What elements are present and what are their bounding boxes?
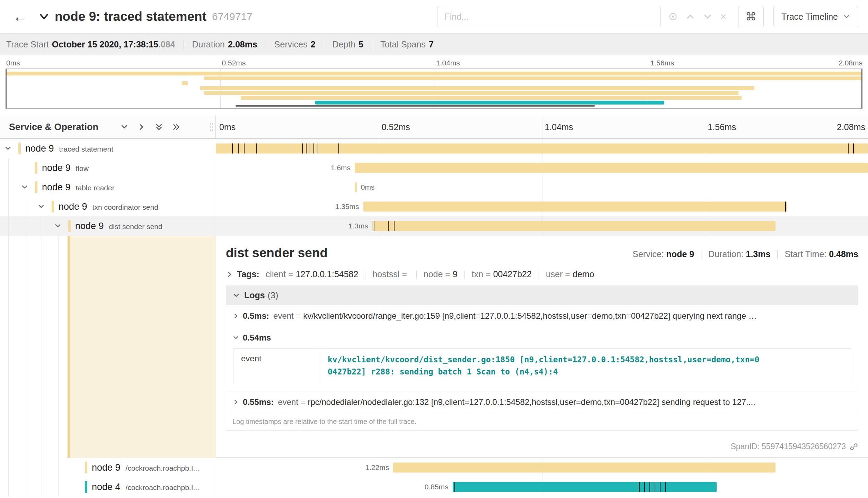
span-expander-chevron-icon[interactable] [54,222,62,230]
operation-name: /cockroach.roachpb.I... [126,464,199,472]
log-tick-mark [318,144,318,154]
log-collapse-chevron-icon[interactable] [232,334,239,341]
span-bar-cell[interactable]: 1.6ms [216,158,868,178]
log-expander-chevron-icon[interactable] [232,313,239,319]
span-name-cell[interactable]: node 4/cockroach.roachpb.I... [0,477,216,497]
span-duration-bar[interactable] [393,463,775,473]
pane-resize-grip[interactable] [209,122,214,132]
tag-equals: = [443,269,453,279]
indent-guide [42,236,42,458]
service-name: node 9 [75,221,104,231]
span-color-bar [85,462,87,473]
collapse-header-chevron-icon[interactable] [38,11,50,22]
span-duration-label: 0.85ms [425,483,449,491]
span-detail-panel: dist sender send Service: node 9 Duratio… [216,236,868,458]
log-tick-mark [649,482,650,492]
minimap-span-bar [204,76,861,80]
span-service: Service: node 9 [632,249,694,259]
keyboard-shortcuts-button[interactable]: ⌘ [738,6,764,27]
span-bar-cell[interactable]: 0ms [216,178,868,197]
span-name-cell[interactable]: node 9traced statement [0,139,216,158]
indent-guide [58,236,59,458]
back-button[interactable]: ← [10,8,30,25]
span-name-text: node 9txn coordinator send [59,201,213,212]
logs-collapse-chevron-icon[interactable] [232,292,240,299]
log-tick-mark [306,144,307,154]
log-kv-table: eventkv/kvclient/kvcoord/dist_sender.go:… [233,348,851,383]
span-expander-chevron-icon[interactable] [4,145,12,152]
log-summary-line[interactable]: 0.5ms:event = kv/kvclient/kvcoord/range_… [232,311,852,321]
span-duration-bar[interactable] [363,202,787,212]
log-tick-mark [256,144,257,154]
span-name-cell[interactable]: node 9dist sender send [0,216,216,236]
span-name-cell[interactable]: node 9table reader [0,178,216,197]
span-bar-cell[interactable]: 1.3ms [216,216,868,236]
logs-header[interactable]: Logs (3) [226,286,858,305]
log-entry[interactable]: 0.54mseventkv/kvclient/kvcoord/dist_send… [226,327,858,391]
span-row[interactable]: node 9traced statement [0,139,868,158]
log-expander-chevron-icon[interactable] [232,399,239,406]
info-label: Total Spans [380,39,426,49]
logs-label: Logs [244,290,265,300]
span-expander-chevron-icon[interactable] [21,183,28,191]
log-expanded-header[interactable]: 0.54ms [232,333,852,343]
span-duration-bar[interactable] [372,221,776,231]
span-detail-indent-column [0,236,216,458]
expand-all-icon[interactable] [150,123,168,131]
span-row[interactable]: node 9flow1.6ms [0,158,868,178]
divider [372,39,372,49]
span-row[interactable]: node 9/cockroach.roachpb.I...1.22ms [0,458,868,477]
log-entry[interactable]: 0.55ms:event = rpc/nodedialer/nodedialer… [226,391,858,413]
log-tick-mark [853,144,854,154]
minimap-canvas[interactable] [6,69,862,109]
collapse-one-chevron-icon[interactable] [133,123,150,131]
find-input[interactable] [437,6,661,27]
span-row[interactable]: node 9table reader0ms [0,178,868,197]
collapse-all-icon[interactable] [168,123,185,131]
find-next-icon[interactable] [703,12,712,21]
span-bar-cell[interactable]: 1.22ms [216,458,868,477]
span-name-text: node 9table reader [42,182,213,193]
indent-guide [42,216,42,236]
span-duration-bar[interactable] [453,482,717,492]
trace-view-selector[interactable]: Trace Timeline [773,6,858,27]
tag-key: hostssl [372,269,399,279]
span-bar-cell[interactable] [216,139,868,158]
find-clear-icon[interactable]: × [720,11,726,22]
tags-row[interactable]: Tags: client = 127.0.0.1:54582hostssl = … [226,269,858,279]
span-row[interactable]: node 9dist sender send1.3ms [0,216,868,236]
copy-link-icon[interactable] [849,442,858,451]
minimap-tick-label: 1.04ms [436,59,460,67]
minimap-axis: 0ms0.52ms1.04ms1.56ms2.08ms [6,58,862,69]
span-name-cell[interactable]: node 9flow [0,158,216,178]
expand-one-chevron-icon[interactable] [116,123,133,131]
span-row[interactable]: node 4/cockroach.roachpb.I...0.85ms [0,477,868,497]
span-expander-chevron-icon[interactable] [37,203,45,210]
span-row[interactable]: node 9txn coordinator send1.35ms [0,197,868,216]
tag-value: 9 [453,269,458,279]
minimap-span-bar [200,86,755,90]
span-duration-bar[interactable] [355,163,868,173]
timeline-gridline [379,116,379,138]
span-name-cell[interactable]: node 9txn coordinator send [0,197,216,216]
minimap-span-bar [204,91,738,95]
tags-expander-chevron-icon[interactable] [226,271,233,278]
log-entry[interactable]: 0.5ms:event = kv/kvclient/kvcoord/range_… [226,305,858,327]
tag-equals: = [399,269,409,279]
span-name-text: node 9traced statement [25,143,213,154]
span-duration-bar[interactable] [355,182,357,192]
span-name-cell[interactable]: node 9/cockroach.roachpb.I... [0,458,216,477]
timeline-gridline [705,116,705,138]
indent-guide [42,458,42,477]
log-summary-line[interactable]: 0.55ms:event = rpc/nodedialer/nodedialer… [232,397,852,407]
service-name: node 9 [42,163,71,173]
span-duration-label: 0ms [361,183,375,191]
span-duration-label: 1.6ms [331,164,351,172]
find-focus-icon[interactable] [668,12,678,21]
find-prev-icon[interactable] [685,12,695,21]
minimap-tick-label: 1.56ms [650,59,674,67]
log-tick-mark [310,144,310,154]
span-bar-cell[interactable]: 0.85ms [216,477,868,497]
span-bar-cell[interactable]: 1.35ms [216,197,868,216]
info-label: Trace Start [6,39,49,49]
